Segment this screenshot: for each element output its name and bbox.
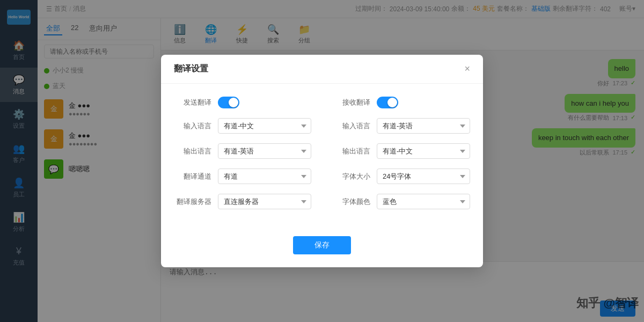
left-output-lang-label: 输出语言	[174, 147, 211, 156]
right-input-lang-select[interactable]: 有道-英语有道-中文有道-日语	[377, 118, 470, 134]
right-input-lang-field: 输入语言 有道-英语有道-中文有道-日语	[333, 118, 470, 134]
input-lang-row: 输入语言 有道-中文有道-英语有道-日语 输入语言 有道-英语有道-中文有道-日…	[174, 118, 470, 134]
channel-fontsize-row: 翻译通道 有道百度谷歌 字体大小 18号字体20号字体24号字体28号字体	[174, 169, 470, 184]
toggle-knob-send	[229, 98, 238, 107]
right-output-lang-field: 输出语言 有道-中文有道-英语有道-日语	[333, 143, 470, 159]
right-input-lang-label: 输入语言	[333, 121, 370, 131]
toggle-knob-receive	[387, 98, 397, 107]
translation-settings-modal: 翻译设置 × 发送翻译 接收翻译	[161, 55, 483, 267]
translate-channel-select[interactable]: 有道百度谷歌	[218, 169, 311, 184]
left-output-lang-select[interactable]: 有道-英语有道-中文有道-日语	[218, 143, 311, 159]
modal-header: 翻译设置 ×	[161, 55, 483, 84]
translate-server-label: 翻译服务器	[174, 197, 211, 207]
toggle-row: 发送翻译 接收翻译	[174, 97, 470, 108]
output-lang-row: 输出语言 有道-英语有道-中文有道-日语 输出语言 有道-中文有道-英语有道-日…	[174, 143, 470, 159]
receive-translate-toggle[interactable]	[377, 97, 398, 108]
receive-translate-label: 接收翻译	[333, 98, 370, 107]
modal-footer: 保存	[161, 232, 483, 267]
translate-channel-label: 翻译通道	[174, 172, 211, 181]
modal-close-button[interactable]: ×	[464, 63, 470, 75]
save-button[interactable]: 保存	[293, 236, 351, 254]
font-color-field: 字体颜色 蓝色红色黑色绿色	[333, 194, 470, 209]
right-output-lang-label: 输出语言	[333, 147, 370, 156]
left-output-lang-field: 输出语言 有道-英语有道-中文有道-日语	[174, 143, 311, 159]
translate-server-select[interactable]: 直连服务器国内服务器	[218, 194, 311, 209]
font-size-field: 字体大小 18号字体20号字体24号字体28号字体	[333, 169, 470, 184]
font-color-select[interactable]: 蓝色红色黑色绿色	[377, 194, 470, 209]
receive-translate-field: 接收翻译	[333, 97, 470, 108]
modal-overlay[interactable]: 翻译设置 × 发送翻译 接收翻译	[0, 0, 644, 322]
send-translate-label: 发送翻译	[174, 98, 211, 107]
font-size-label: 字体大小	[333, 172, 370, 181]
server-fontcolor-row: 翻译服务器 直连服务器国内服务器 字体颜色 蓝色红色黑色绿色	[174, 194, 470, 209]
left-input-lang-select[interactable]: 有道-中文有道-英语有道-日语	[218, 118, 311, 134]
translate-channel-field: 翻译通道 有道百度谷歌	[174, 169, 311, 184]
font-size-select[interactable]: 18号字体20号字体24号字体28号字体	[377, 169, 470, 184]
modal-body: 发送翻译 接收翻译 输入语言 有道-中文有道-英语有道-日	[161, 84, 483, 232]
send-translate-field: 发送翻译	[174, 97, 311, 108]
left-input-lang-label: 输入语言	[174, 121, 211, 131]
left-input-lang-field: 输入语言 有道-中文有道-英语有道-日语	[174, 118, 311, 134]
send-translate-toggle[interactable]	[218, 97, 239, 108]
right-output-lang-select[interactable]: 有道-中文有道-英语有道-日语	[377, 143, 470, 159]
font-color-label: 字体颜色	[333, 197, 370, 207]
translate-server-field: 翻译服务器 直连服务器国内服务器	[174, 194, 311, 209]
modal-title: 翻译设置	[174, 63, 208, 75]
